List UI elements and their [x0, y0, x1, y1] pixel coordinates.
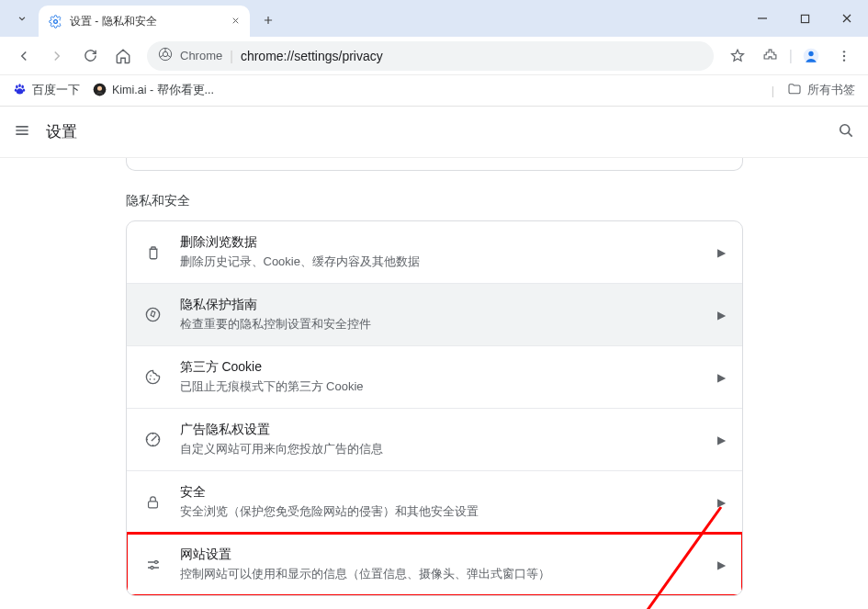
row-ad-privacy[interactable]: 广告隐私权设置 自定义网站可用来向您投放广告的信息 ▶: [127, 409, 742, 471]
section-heading: 隐私和安全: [126, 193, 743, 209]
window-maximize-button[interactable]: [783, 0, 826, 37]
trash-icon: [143, 242, 163, 263]
window-controls: [741, 0, 868, 37]
page-title: 设置: [46, 122, 77, 142]
folder-icon: [787, 82, 802, 99]
menu-button[interactable]: [829, 41, 859, 71]
svg-point-3: [163, 51, 167, 56]
row-third-party-cookies[interactable]: 第三方 Cookie 已阻止无痕模式下的第三方 Cookie ▶: [127, 346, 742, 409]
compass-icon: [143, 305, 163, 325]
row-security[interactable]: 安全 安全浏览（保护您免受危险网站的侵害）和其他安全设置 ▶: [127, 471, 742, 534]
bookmark-star-button[interactable]: [723, 41, 752, 71]
row-privacy-guide[interactable]: 隐私保护指南 检查重要的隐私控制设置和安全控件 ▶: [127, 284, 742, 346]
bookmark-label: Kimi.ai - 帮你看更...: [112, 83, 214, 98]
chevron-right-icon: ▶: [717, 371, 726, 384]
row-title: 第三方 Cookie: [180, 359, 701, 376]
profile-button[interactable]: [796, 41, 826, 71]
row-desc: 已阻止无痕模式下的第三方 Cookie: [180, 378, 701, 395]
sliders-icon: [143, 555, 163, 575]
baidu-paw-icon: [13, 83, 27, 99]
chevron-right-icon: ▶: [717, 496, 726, 509]
svg-point-9: [16, 85, 18, 88]
previous-card-edge: [126, 158, 743, 171]
row-clear-browsing-data[interactable]: 删除浏览数据 删除历史记录、Cookie、缓存内容及其他数据 ▶: [127, 221, 742, 284]
svg-point-7: [843, 54, 845, 56]
svg-point-24: [151, 566, 153, 569]
bookmarks-bar: 百度一下 Kimi.ai - 帮你看更... | 所有书签: [0, 75, 868, 107]
kimi-avatar-icon: [93, 83, 107, 99]
row-title: 安全: [180, 484, 701, 501]
tab-title: 设置 - 隐私和安全: [70, 14, 157, 29]
svg-point-10: [18, 84, 21, 87]
bookmark-item-baidu[interactable]: 百度一下: [13, 83, 80, 99]
row-desc: 检查重要的隐私控制设置和安全控件: [180, 316, 701, 333]
all-bookmarks-button[interactable]: 所有书签: [787, 82, 855, 99]
settings-search-button[interactable]: [837, 121, 855, 143]
address-bar[interactable]: Chrome | chrome://settings/privacy: [147, 41, 714, 71]
extensions-button[interactable]: [756, 41, 785, 71]
svg-rect-22: [149, 502, 158, 508]
chrome-logo-icon: [158, 47, 173, 64]
content-scroll[interactable]: 隐私和安全 删除浏览数据 删除历史记录、Cookie、缓存内容及其他数据 ▶: [0, 158, 868, 609]
reload-button[interactable]: [75, 41, 105, 71]
all-bookmarks-label: 所有书签: [807, 83, 855, 98]
browser-tab[interactable]: 设置 - 隐私和安全: [39, 6, 250, 37]
browser-toolbar: Chrome | chrome://settings/privacy |: [0, 37, 868, 75]
lock-icon: [143, 492, 163, 513]
tab-list-dropdown[interactable]: [9, 6, 35, 31]
chevron-right-icon: ▶: [717, 434, 726, 446]
svg-point-0: [53, 19, 57, 23]
new-tab-button[interactable]: [255, 7, 281, 33]
tab-close-button[interactable]: [231, 14, 241, 28]
svg-point-17: [146, 308, 159, 321]
address-scheme-label: Chrome: [180, 49, 222, 62]
target-icon: [143, 430, 163, 450]
svg-point-5: [808, 51, 813, 55]
window-close-button[interactable]: [826, 0, 868, 37]
row-title: 广告隐私权设置: [180, 422, 701, 438]
svg-point-6: [843, 51, 845, 52]
svg-point-16: [840, 124, 850, 133]
svg-point-15: [97, 85, 102, 90]
svg-point-19: [150, 378, 152, 380]
svg-point-18: [150, 375, 152, 377]
forward-button[interactable]: [42, 41, 72, 71]
bookmark-item-kimi[interactable]: Kimi.ai - 帮你看更...: [93, 83, 214, 99]
home-button[interactable]: [108, 41, 138, 71]
titlebar: 设置 - 隐私和安全: [0, 0, 868, 37]
row-desc: 自定义网站可用来向您投放广告的信息: [180, 441, 701, 457]
chevron-right-icon: ▶: [717, 246, 726, 259]
row-title: 隐私保护指南: [180, 297, 701, 313]
row-title: 删除浏览数据: [180, 234, 701, 251]
window-minimize-button[interactable]: [741, 0, 783, 37]
back-button[interactable]: [9, 41, 39, 71]
row-title: 网站设置: [180, 547, 701, 563]
hamburger-menu-button[interactable]: [13, 121, 31, 143]
row-desc: 删除历史记录、Cookie、缓存内容及其他数据: [180, 254, 701, 270]
settings-header: 设置: [0, 107, 868, 158]
cookie-icon: [143, 367, 163, 388]
row-desc: 控制网站可以使用和显示的信息（位置信息、摄像头、弹出式窗口等）: [180, 566, 701, 582]
svg-point-11: [21, 85, 24, 88]
svg-point-8: [843, 59, 845, 61]
address-url: chrome://settings/privacy: [241, 49, 383, 63]
chevron-right-icon: ▶: [717, 558, 726, 571]
privacy-card: 删除浏览数据 删除历史记录、Cookie、缓存内容及其他数据 ▶ 隐私保护指南 …: [126, 220, 743, 596]
row-site-settings[interactable]: 网站设置 控制网站可以使用和显示的信息（位置信息、摄像头、弹出式窗口等） ▶: [127, 534, 742, 595]
svg-rect-1: [801, 15, 808, 22]
settings-gear-icon: [48, 14, 62, 28]
chevron-right-icon: ▶: [717, 309, 726, 321]
bookmark-label: 百度一下: [32, 83, 80, 98]
svg-point-20: [153, 378, 155, 380]
settings-content: 隐私和安全 删除浏览数据 删除历史记录、Cookie、缓存内容及其他数据 ▶: [0, 158, 868, 609]
row-desc: 安全浏览（保护您免受危险网站的侵害）和其他安全设置: [180, 503, 701, 520]
svg-point-23: [154, 560, 157, 563]
